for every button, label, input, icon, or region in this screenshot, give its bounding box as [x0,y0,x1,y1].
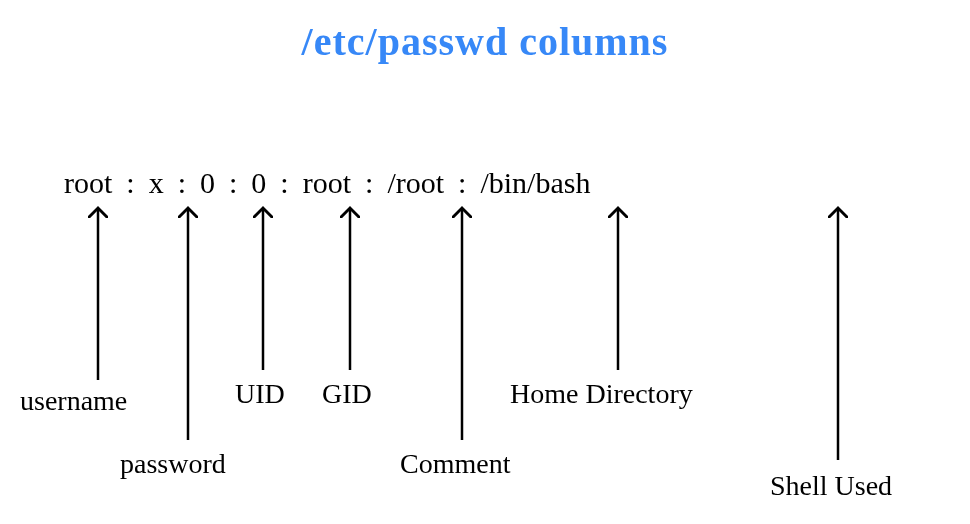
label-comment: Comment [400,448,510,480]
separator: : [458,166,466,200]
label-home: Home Directory [510,378,693,410]
label-password: password [120,448,226,480]
field-uid: 0 [200,166,215,200]
field-shell: /bin/bash [480,166,590,200]
field-password: x [149,166,164,200]
diagram-title: /etc/passwd columns [0,18,970,65]
label-username: username [20,385,127,417]
separator: : [280,166,288,200]
passwd-entry-line: root : x : 0 : 0 : root : /root : /bin/b… [64,166,938,200]
separator: : [365,166,373,200]
field-comment: root [303,166,351,200]
arrows-layer [0,0,970,524]
label-shell: Shell Used [770,470,892,502]
separator: : [229,166,237,200]
label-uid: UID [235,378,285,410]
separator: : [126,166,134,200]
separator: : [178,166,186,200]
field-gid: 0 [251,166,266,200]
field-username: root [64,166,112,200]
label-gid: GID [322,378,372,410]
field-home: /root [387,166,444,200]
